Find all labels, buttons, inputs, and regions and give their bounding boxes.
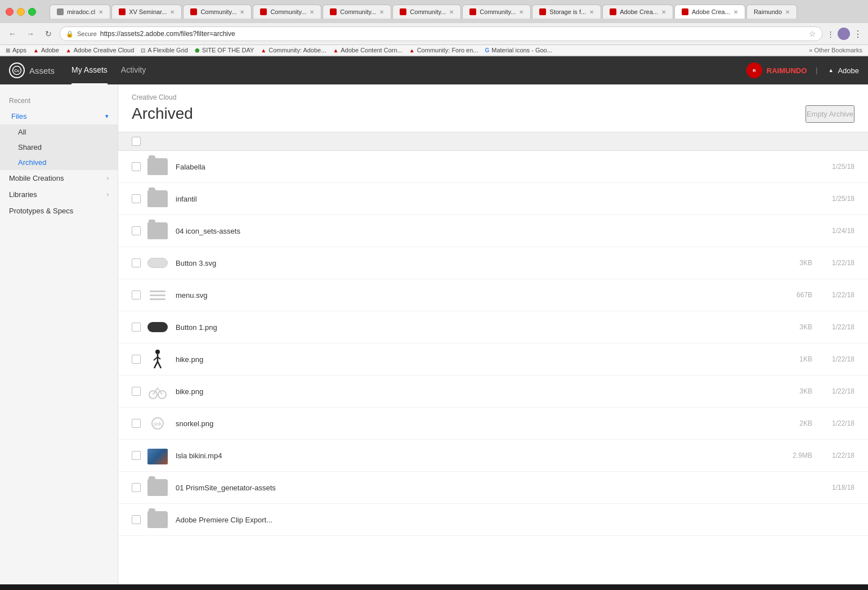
tab-close-icon[interactable]: ✕	[589, 9, 594, 15]
tab-close-icon[interactable]: ✕	[240, 9, 244, 15]
close-button[interactable]	[6, 8, 14, 16]
file-name: Isla bikini.mp4	[176, 452, 784, 460]
nav-activity[interactable]: Activity	[121, 56, 146, 84]
file-row[interactable]: hike.png 1KB 1/22/18	[118, 343, 868, 376]
file-row[interactable]: 04 icon_sets-assets 1/24/18	[118, 215, 868, 247]
file-checkbox[interactable]	[132, 162, 141, 171]
tab-close-icon[interactable]: ✕	[733, 9, 738, 15]
forward-button[interactable]: →	[24, 27, 37, 41]
app-container: Cc Assets My Assets Activity R RAIMUNDO …	[0, 56, 868, 584]
sidebar-item-libraries[interactable]: Libraries ›	[0, 186, 118, 203]
file-row[interactable]: Button 1.png 3KB 1/22/18	[118, 311, 868, 343]
tab-storage[interactable]: Storage is f... ✕	[532, 5, 601, 19]
separator: |	[816, 66, 817, 74]
menu-icon[interactable]: ⋮	[853, 29, 862, 39]
bookmark-apps[interactable]: ⊞ Apps	[6, 47, 26, 53]
tab-community5[interactable]: Community... ✕	[462, 5, 531, 19]
bookmark-flexible-grid[interactable]: ⊡ A Flexible Grid	[141, 47, 188, 53]
bookmark-adobe-cc[interactable]: ▲ Adobe Creative Cloud	[66, 47, 135, 53]
file-row[interactable]: bike.png 3KB 1/22/18	[118, 376, 868, 408]
file-checkbox[interactable]	[132, 194, 141, 203]
sidebar-files-row[interactable]: Files ▾	[0, 108, 118, 124]
files-dropdown-arrow-icon: ▾	[105, 113, 109, 120]
bookmark-adobe-content[interactable]: ▲ Adobe Content Corn...	[333, 47, 402, 53]
profile-icon[interactable]	[838, 28, 850, 40]
empty-archive-button[interactable]: Empty Archive	[806, 105, 854, 123]
tab-close-icon[interactable]: ✕	[379, 9, 384, 15]
sidebar-item-all[interactable]: All	[0, 124, 118, 140]
sidebar-item-prototypes-specs[interactable]: Prototypes & Specs	[0, 203, 118, 219]
bookmark-community1[interactable]: ▲ Community: Adobe...	[261, 47, 326, 53]
tab-close-icon[interactable]: ✕	[99, 9, 103, 15]
svg-rect-5	[150, 294, 165, 296]
file-checkbox[interactable]	[132, 515, 141, 524]
tab-close-icon[interactable]: ✕	[449, 9, 454, 15]
file-thumbnail: snk	[147, 413, 168, 433]
tab-raimundo[interactable]: Raimundo ✕	[746, 5, 797, 19]
tab-adobe-crea2[interactable]: Adobe Crea... ✕	[674, 5, 745, 19]
bookmark-adobe[interactable]: ▲ Adobe	[33, 47, 59, 53]
file-row[interactable]: Button 3.svg 3KB 1/22/18	[118, 247, 868, 279]
bookmark-label: SITE OF THE DAY	[202, 47, 254, 53]
reload-button[interactable]: ↻	[42, 27, 55, 41]
minimize-button[interactable]	[17, 8, 25, 16]
sidebar-item-shared[interactable]: Shared	[0, 140, 118, 155]
file-list-header	[118, 132, 868, 151]
tab-close-icon[interactable]: ✕	[170, 9, 175, 15]
tab-community2[interactable]: Community... ✕	[253, 5, 321, 19]
tab-xv[interactable]: XV Seminar... ✕	[111, 5, 182, 19]
svg-point-7	[155, 350, 160, 354]
tab-close-icon[interactable]: ✕	[661, 9, 666, 15]
bookmark-star-icon[interactable]: ☆	[809, 29, 816, 38]
file-row[interactable]: 01 PrismSite_genetator-assets 1/18/18	[118, 472, 868, 504]
file-row[interactable]: snk snorkel.png 2KB 1/22/18	[118, 408, 868, 440]
file-row[interactable]: menu.svg 667B 1/22/18	[118, 279, 868, 311]
file-checkbox[interactable]	[132, 258, 141, 267]
file-checkbox[interactable]	[132, 387, 141, 396]
file-thumbnail	[147, 349, 168, 369]
tab-favicon	[469, 8, 476, 15]
tab-label: Adobe Crea...	[692, 8, 730, 15]
bookmark-label: Material icons - Goo...	[491, 47, 552, 53]
file-checkbox[interactable]	[132, 419, 141, 428]
file-checkbox[interactable]	[132, 355, 141, 364]
file-size: 667B	[784, 291, 812, 299]
file-checkbox[interactable]	[132, 483, 141, 492]
address-text[interactable]: https://assets2.adobe.com/files?filter=a…	[100, 30, 806, 38]
file-row[interactable]: Adobe Premiere Clip Export...	[118, 504, 868, 536]
app-header: Cc Assets My Assets Activity R RAIMUNDO …	[0, 56, 868, 84]
file-row[interactable]: Isla bikini.mp4 2.9MB 1/22/18	[118, 440, 868, 472]
star-icon: ⬟	[195, 47, 200, 53]
back-button[interactable]: ←	[6, 27, 19, 41]
sidebar-item-mobile-creations[interactable]: Mobile Creations ›	[0, 170, 118, 186]
file-checkbox[interactable]	[132, 290, 141, 300]
tab-community4[interactable]: Community... ✕	[392, 5, 461, 19]
bookmark-site-of-day[interactable]: ⬟ SITE OF THE DAY	[195, 47, 254, 53]
sidebar-item-archived[interactable]: Archived	[0, 155, 118, 170]
folder-icon	[147, 511, 168, 528]
bookmark-material-icons[interactable]: G Material icons - Goo...	[485, 47, 552, 53]
more-bookmarks[interactable]: » Other Bookmarks	[809, 47, 862, 53]
tab-miradoc[interactable]: miradoc.cl ✕	[50, 5, 110, 19]
tab-community3[interactable]: Community... ✕	[323, 5, 391, 19]
tab-favicon	[330, 8, 337, 15]
file-row[interactable]: Falabella 1/25/18	[118, 151, 868, 183]
tab-close-icon[interactable]: ✕	[785, 9, 790, 15]
file-row[interactable]: infantil 1/25/18	[118, 183, 868, 215]
nav-my-assets[interactable]: My Assets	[71, 56, 108, 84]
file-checkbox[interactable]	[132, 323, 141, 332]
file-name: snorkel.png	[176, 419, 784, 428]
file-thumbnail	[147, 381, 168, 401]
tab-community1[interactable]: Community... ✕	[183, 5, 252, 19]
select-all-checkbox[interactable]	[132, 137, 141, 146]
maximize-button[interactable]	[28, 8, 36, 16]
tab-close-icon[interactable]: ✕	[310, 9, 314, 15]
file-date: 1/22/18	[824, 291, 854, 299]
file-size: 3KB	[784, 387, 812, 395]
bookmark-community-foro[interactable]: ▲ Community: Foro en...	[409, 47, 478, 53]
tab-adobe-crea1[interactable]: Adobe Crea... ✕	[602, 5, 673, 19]
tab-close-icon[interactable]: ✕	[519, 9, 524, 15]
file-checkbox[interactable]	[132, 226, 141, 235]
file-checkbox[interactable]	[132, 451, 141, 460]
address-bar[interactable]: 🔒 Secure https://assets2.adobe.com/files…	[60, 26, 822, 41]
